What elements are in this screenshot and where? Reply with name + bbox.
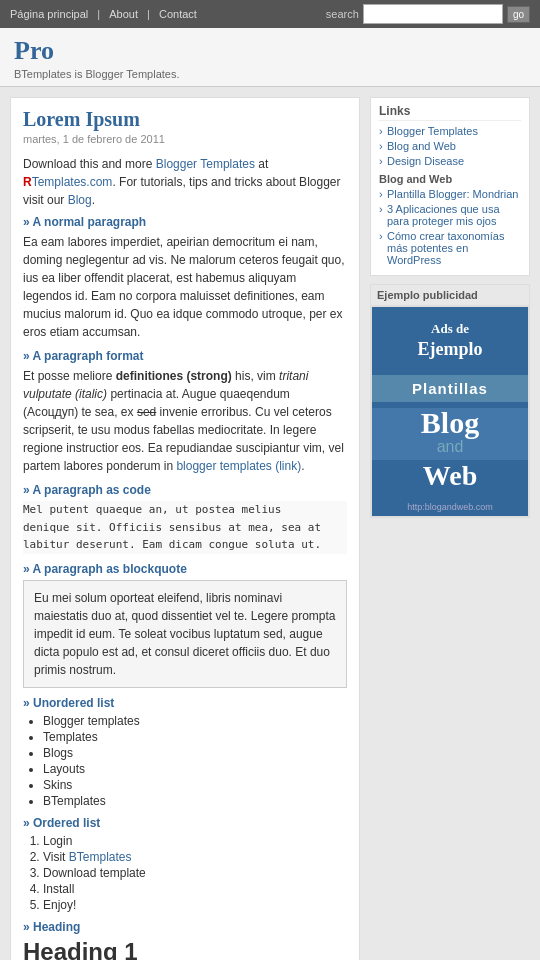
list-item: Enjoy!: [43, 898, 347, 912]
list-item: Skins: [43, 778, 347, 792]
list-item: Layouts: [43, 762, 347, 776]
templates-com-text: Templates.com: [32, 175, 113, 189]
site-header: Pro BTemplates is Blogger Templates.: [0, 28, 540, 87]
format-text2: his, vim: [235, 369, 279, 383]
ad-top-text: Ads de Ejemplo: [372, 307, 528, 375]
list-item: Blogger templates: [43, 714, 347, 728]
ordered-label: » Ordered list: [23, 816, 347, 830]
ad-and-text: and: [372, 438, 528, 460]
blog-link[interactable]: Blog: [68, 193, 92, 207]
templates-com-link[interactable]: Templates.com: [32, 175, 113, 189]
sidebar-links-section: Links Blogger Templates Blog and Web Des…: [370, 97, 530, 276]
sidebar-link-aplicaciones[interactable]: 3 Aplicaciones que usa para proteger mis…: [379, 203, 521, 227]
unordered-list: Blogger templates Templates Blogs Layout…: [43, 714, 347, 808]
ad-blog-section: Blog and Web: [372, 402, 528, 498]
normal-paragraph-label: » A normal paragraph: [23, 215, 347, 229]
list-item: Download template: [43, 866, 347, 880]
sidebar-link-taxonomias[interactable]: Cómo crear taxonomías más potentes en Wo…: [379, 230, 521, 266]
sidebar-link-blogger-templates[interactable]: Blogger Templates: [379, 125, 521, 137]
sidebar: Links Blogger Templates Blog and Web Des…: [370, 97, 530, 526]
format-strong: definitiones (strong): [116, 369, 232, 383]
btemplates-link[interactable]: BTemplates: [69, 850, 132, 864]
ad-url-text: http:blogandweb.com: [372, 498, 528, 516]
plantillas-text: Plantillas: [372, 375, 528, 402]
format-paragraph-text: Et posse meliore definitiones (strong) h…: [23, 367, 347, 475]
ad-web-text: Web: [372, 460, 528, 498]
search-input[interactable]: [363, 4, 503, 24]
sidebar-link-blog-and-web[interactable]: Blog and Web: [379, 140, 521, 152]
nav-about-link[interactable]: About: [109, 8, 138, 20]
format-paragraph-label: » A paragraph format: [23, 349, 347, 363]
format-text1: Et posse meliore: [23, 369, 116, 383]
main-content: Lorem Ipsum martes, 1 de febrero de 2011…: [10, 97, 360, 960]
post-body: Download this and more Blogger Templates…: [23, 155, 347, 960]
download-text: Download this and more: [23, 157, 152, 171]
sidebar-ad-section: Ejemplo publicidad Ads de Ejemplo Planti…: [370, 284, 530, 518]
top-navigation: Página principal | About | Contact searc…: [0, 0, 540, 28]
ejemplo-text: Ejemplo: [378, 338, 522, 361]
list-item: Install: [43, 882, 347, 896]
post-title: Lorem Ipsum: [23, 108, 347, 131]
format-link[interactable]: blogger templates (link): [176, 459, 301, 473]
nav-home-link[interactable]: Página principal: [10, 8, 88, 20]
blockquote-box: Eu mei solum oporteat eleifend, libris n…: [23, 580, 347, 688]
layout: Lorem Ipsum martes, 1 de febrero de 2011…: [0, 87, 540, 960]
ad-blog-text: Blog: [372, 408, 528, 438]
list-item: Templates: [43, 730, 347, 744]
site-subtitle: BTemplates is Blogger Templates.: [14, 68, 526, 80]
list-item: Login: [43, 834, 347, 848]
download-suffix: at: [258, 157, 268, 171]
code-paragraph-label: » A paragraph as code: [23, 483, 347, 497]
blogger-templates-link[interactable]: Blogger Templates: [156, 157, 255, 171]
sidebar-link-mondrian[interactable]: Plantilla Blogger: Mondrian: [379, 188, 521, 200]
list-item: BTemplates: [43, 794, 347, 808]
ads-de-text: Ads de: [378, 321, 522, 338]
sidebar-blogandweb-title: Blog and Web: [379, 173, 521, 185]
unordered-label: » Unordered list: [23, 696, 347, 710]
post-date: martes, 1 de febrero de 2011: [23, 133, 347, 145]
ad-box: Ads de Ejemplo Plantillas Blog and Web h…: [371, 306, 529, 517]
format-strikethrough: sed: [137, 405, 156, 419]
nav-contact-link[interactable]: Contact: [159, 8, 197, 20]
list-item: Visit BTemplates: [43, 850, 347, 864]
search-label: search: [326, 8, 359, 20]
ordered-list: Login Visit BTemplates Download template…: [43, 834, 347, 912]
blockquote-label: » A paragraph as blockquote: [23, 562, 347, 576]
nav-links: Página principal | About | Contact: [10, 8, 203, 20]
sidebar-ad-title: Ejemplo publicidad: [371, 285, 529, 306]
heading-1: Heading 1: [23, 938, 347, 960]
heading-label: » Heading: [23, 920, 347, 934]
blockquote-text: Eu mei solum oporteat eleifend, libris n…: [34, 591, 336, 677]
templates-logo: R: [23, 175, 32, 189]
code-block: Mel putent quaeque an, ut postea melius …: [23, 501, 347, 554]
normal-paragraph-text: Ea eam labores imperdiet, apeirian democ…: [23, 233, 347, 341]
search-area: search go: [326, 4, 530, 24]
sidebar-links-title: Links: [379, 104, 521, 121]
site-title: Pro: [14, 36, 526, 66]
sidebar-link-design-disease[interactable]: Design Disease: [379, 155, 521, 167]
list-item: Blogs: [43, 746, 347, 760]
download-line: Download this and more Blogger Templates…: [23, 155, 347, 209]
search-button[interactable]: go: [507, 6, 530, 23]
